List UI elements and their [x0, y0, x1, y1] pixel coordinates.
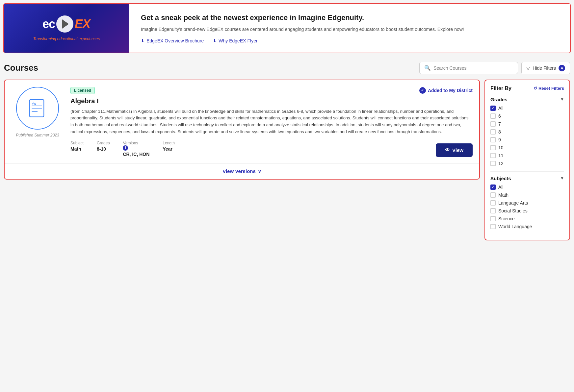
edgex-logo: ec EX — [42, 15, 91, 33]
search-box: 🔍 — [419, 62, 518, 74]
course-card-footer: View Versions ∨ — [5, 163, 479, 179]
grade-checkbox-11[interactable] — [490, 153, 496, 158]
course-description: (from Chapter 111.Mathematics) In Algebr… — [70, 108, 473, 135]
banner-video-section: ec EX Transforming educational experienc… — [4, 4, 129, 53]
subjects-chevron-icon[interactable]: ▼ — [560, 176, 564, 181]
banner-content: Get a sneak peek at the newest experienc… — [129, 4, 570, 53]
subject-label-language-arts: Language Arts — [498, 200, 528, 206]
subjects-filter-section: Subjects ▼ ✓ All Math Language Arts Soci… — [490, 176, 564, 229]
subject-checkbox-science[interactable] — [490, 216, 496, 221]
math-icon: √x — [26, 97, 49, 120]
course-card-body: √x Published Summer 2023 Licensed ✓ Adde… — [5, 80, 479, 163]
subject-label-all: All — [498, 184, 504, 190]
grade-filter-item-8[interactable]: 8 — [490, 129, 564, 135]
subject-checkbox-world-language[interactable] — [490, 224, 496, 229]
subject-filter-item-science[interactable]: Science — [490, 216, 564, 221]
search-icon: 🔍 — [424, 65, 431, 71]
why-edgex-link[interactable]: Why EdgeEX Flyer — [213, 38, 257, 43]
grade-checkbox-12[interactable] — [490, 161, 496, 166]
grade-checkbox-all[interactable]: ✓ — [490, 106, 496, 111]
grade-checkbox-10[interactable] — [490, 145, 496, 150]
banner-links: EdgeEX Overview Brochure Why EdgeEX Flye… — [141, 38, 558, 43]
grade-label-12: 12 — [498, 161, 504, 166]
subject-filter-item-all[interactable]: ✓ All — [490, 184, 564, 190]
filter-header: Filter By ↺ Reset Filters — [490, 86, 564, 91]
subject-filter-item-math[interactable]: Math — [490, 192, 564, 198]
grade-filter-item-6[interactable]: 6 — [490, 113, 564, 119]
view-button[interactable]: View — [436, 143, 473, 157]
courses-header: Courses 🔍 ▽ Hide Filters 4 — [4, 62, 570, 74]
reset-icon: ↺ — [534, 86, 537, 91]
filter-icon: ▽ — [526, 65, 530, 71]
play-button[interactable] — [56, 15, 73, 33]
courses-title: Courses — [4, 63, 38, 73]
subject-checkbox-social-studies[interactable] — [490, 208, 496, 213]
grade-checkbox-6[interactable] — [490, 113, 496, 119]
grade-checkbox-8[interactable] — [490, 129, 496, 135]
grade-label-9: 9 — [498, 137, 501, 142]
search-input[interactable] — [433, 65, 513, 71]
hide-filters-label: Hide Filters — [533, 65, 556, 71]
subject-filter-item-world-language[interactable]: World Language — [490, 224, 564, 229]
edgex-overview-link[interactable]: EdgeEX Overview Brochure — [141, 38, 204, 43]
subject-checkbox-all[interactable]: ✓ — [490, 184, 496, 190]
subject-label-world-language: World Language — [498, 224, 532, 229]
chevron-down-icon: ∨ — [258, 168, 261, 174]
course-info: Licensed ✓ Added to My District Algebra … — [70, 87, 473, 157]
versions-info-icon[interactable]: i — [123, 145, 128, 151]
grades-section-title: Grades — [490, 97, 508, 102]
added-to-district: ✓ Added to My District — [419, 87, 473, 94]
grade-label-all: All — [498, 106, 504, 111]
course-card: √x Published Summer 2023 Licensed ✓ Adde… — [4, 80, 480, 180]
grade-label-10: 10 — [498, 145, 504, 150]
tagline: Transforming educational experiences — [33, 37, 100, 41]
subjects-section-title: Subjects — [490, 176, 511, 181]
filter-panel: Filter By ↺ Reset Filters Grades ▼ ✓ All… — [484, 80, 570, 240]
grade-filter-item-all[interactable]: ✓ All — [490, 106, 564, 111]
grade-label-7: 7 — [498, 121, 501, 127]
grade-filter-item-7[interactable]: 7 — [490, 121, 564, 127]
grades-chevron-icon[interactable]: ▼ — [560, 97, 564, 102]
subject-checkbox-math[interactable] — [490, 192, 496, 198]
subject-label-social-studies: Social Studies — [498, 208, 528, 213]
course-thumbnail: √x Published Summer 2023 — [11, 87, 64, 157]
filter-count-badge: 4 — [559, 65, 565, 71]
grade-filter-item-9[interactable]: 9 — [490, 137, 564, 142]
grade-label-11: 11 — [498, 153, 504, 158]
promotional-banner: ec EX Transforming educational experienc… — [3, 3, 571, 53]
view-versions-button[interactable]: View Versions ∨ — [222, 168, 261, 174]
grade-filter-item-11[interactable]: 11 — [490, 153, 564, 158]
main-content: Courses 🔍 ▽ Hide Filters 4 — [0, 57, 574, 246]
length-field: Length Year — [163, 141, 175, 157]
grade-label-6: 6 — [498, 113, 501, 119]
subject-label-math: Math — [498, 192, 509, 198]
logo-ec-text: ec — [42, 17, 55, 31]
filter-by-label: Filter By — [490, 86, 511, 91]
meta-fields: Subject Math Grades 8-10 Versions i — [70, 141, 175, 157]
svg-text:√x: √x — [32, 101, 37, 106]
banner-title: Get a sneak peek at the newest experienc… — [141, 13, 558, 23]
subjects-list: ✓ All Math Language Arts Social Studies … — [490, 184, 564, 229]
hide-filters-button[interactable]: ▽ Hide Filters 4 — [521, 62, 570, 74]
content-layout: √x Published Summer 2023 Licensed ✓ Adde… — [4, 80, 570, 240]
subject-filter-item-social-studies[interactable]: Social Studies — [490, 208, 564, 213]
published-label: Published Summer 2023 — [16, 133, 59, 137]
check-circle-icon: ✓ — [419, 87, 426, 94]
grade-filter-item-12[interactable]: 12 — [490, 161, 564, 166]
subject-filter-item-language-arts[interactable]: Language Arts — [490, 200, 564, 206]
grades-field: Grades 8-10 — [97, 141, 110, 157]
subject-checkbox-language-arts[interactable] — [490, 200, 496, 206]
header-controls: 🔍 ▽ Hide Filters 4 — [419, 62, 570, 74]
subject-field: Subject Math — [70, 141, 84, 157]
reset-filters-button[interactable]: ↺ Reset Filters — [534, 86, 564, 91]
licensed-badge: Licensed — [70, 87, 95, 94]
grade-checkbox-9[interactable] — [490, 137, 496, 142]
grades-section-header: Grades ▼ — [490, 97, 564, 102]
grade-filter-item-10[interactable]: 10 — [490, 145, 564, 150]
grade-checkbox-7[interactable] — [490, 121, 496, 127]
versions-field: Versions i CR, IC, HON — [123, 141, 149, 157]
grades-list: ✓ All 6 7 8 9 10 11 12 — [490, 106, 564, 166]
filter-divider — [490, 171, 564, 172]
subjects-section-header: Subjects ▼ — [490, 176, 564, 181]
grade-label-8: 8 — [498, 129, 501, 135]
